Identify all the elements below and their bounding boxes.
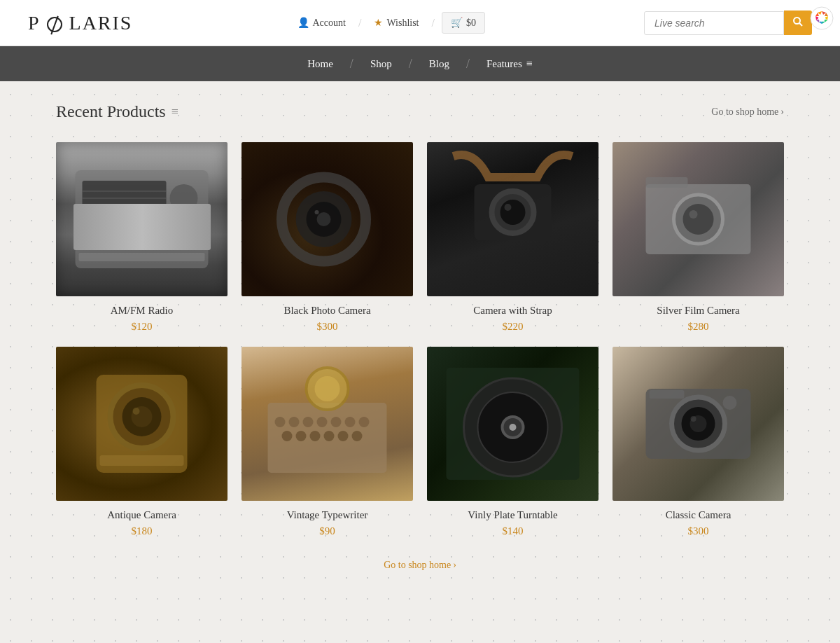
nav-shop[interactable]: Shop bbox=[354, 47, 409, 81]
product-image-p2 bbox=[241, 142, 413, 296]
svg-rect-44 bbox=[359, 417, 370, 427]
section-menu-icon: ≡ bbox=[172, 104, 178, 119]
svg-point-26 bbox=[683, 204, 714, 235]
user-icon: 👤 bbox=[298, 17, 309, 29]
search-input[interactable] bbox=[644, 11, 784, 35]
svg-rect-48 bbox=[324, 431, 335, 441]
site-logo[interactable]: P LARIS bbox=[28, 12, 132, 34]
product-name-p7: Vinly Plate Turntable bbox=[427, 509, 598, 521]
search-icon bbox=[792, 16, 804, 27]
product-name-p5: Antique Camera bbox=[56, 509, 227, 521]
nav-shop-label: Shop bbox=[370, 58, 392, 70]
product-image-p8 bbox=[612, 347, 784, 501]
header-nav: 👤 Account / ★ Wishlist / 🛒 $0 bbox=[292, 12, 485, 34]
svg-point-55 bbox=[510, 424, 517, 431]
product-image-p4 bbox=[612, 142, 784, 296]
svg-point-33 bbox=[133, 408, 140, 415]
svg-rect-47 bbox=[310, 431, 321, 441]
cart-icon: 🛒 bbox=[451, 17, 463, 29]
chevron-right-icon: › bbox=[780, 106, 784, 118]
svg-point-27 bbox=[690, 210, 698, 219]
svg-point-12 bbox=[170, 184, 198, 212]
svg-rect-45 bbox=[282, 431, 293, 441]
product-image-p6 bbox=[241, 347, 413, 501]
site-header: P LARIS 👤 Account / ★ Wishlist / 🛒 $0 bbox=[0, 0, 840, 46]
svg-point-22 bbox=[500, 200, 526, 225]
product-card-p3[interactable]: Camera with Strap $220 bbox=[427, 142, 598, 333]
product-card-p2[interactable]: Black Photo Camera $300 bbox=[241, 142, 413, 333]
wishlist-link[interactable]: ★ Wishlist bbox=[368, 13, 424, 32]
product-price-p7: $140 bbox=[427, 525, 598, 537]
wishlist-label: Wishlist bbox=[386, 18, 419, 29]
cart-button[interactable]: 🛒 $0 bbox=[442, 12, 485, 34]
go-to-shop-bottom[interactable]: Go to shop home › bbox=[384, 560, 456, 571]
svg-rect-40 bbox=[303, 417, 314, 427]
nav-blog[interactable]: Blog bbox=[412, 47, 466, 81]
main-navigation: Home / Shop / Blog / Features ≡ bbox=[0, 46, 840, 81]
product-price-p5: $180 bbox=[56, 525, 227, 537]
svg-rect-42 bbox=[331, 417, 342, 427]
product-price-p2: $300 bbox=[241, 321, 413, 333]
product-card-p8[interactable]: Classic Camera $300 bbox=[612, 347, 784, 537]
svg-rect-34 bbox=[100, 455, 184, 466]
color-widget[interactable] bbox=[809, 6, 834, 31]
go-to-shop-top[interactable]: Go to shop home › bbox=[711, 106, 784, 118]
nav-home[interactable]: Home bbox=[290, 47, 350, 81]
product-price-p3: $220 bbox=[427, 321, 598, 333]
features-menu-icon: ≡ bbox=[526, 57, 533, 70]
main-content: Recent Products ≡ Go to shop home › AM/F… bbox=[0, 81, 840, 606]
product-card-p4[interactable]: Silver Film Camera $280 bbox=[612, 142, 784, 333]
svg-rect-46 bbox=[296, 431, 307, 441]
product-card-p1[interactable]: AM/FM Radio $120 bbox=[56, 142, 227, 333]
svg-rect-38 bbox=[275, 417, 286, 427]
svg-rect-28 bbox=[646, 177, 688, 188]
nav-blog-label: Blog bbox=[429, 58, 449, 70]
search-button[interactable] bbox=[784, 11, 812, 35]
product-name-p3: Camera with Strap bbox=[427, 305, 598, 317]
product-image-p1 bbox=[56, 142, 227, 296]
nav-features-label: Features bbox=[486, 58, 522, 70]
product-price-p6: $90 bbox=[241, 525, 413, 537]
product-image-p3 bbox=[427, 142, 598, 296]
account-label: Account bbox=[313, 18, 346, 29]
svg-point-19 bbox=[315, 210, 319, 214]
svg-point-0 bbox=[794, 18, 800, 24]
bottom-chevron-icon: › bbox=[453, 560, 456, 571]
section-header: Recent Products ≡ Go to shop home › bbox=[56, 102, 784, 121]
product-name-p2: Black Photo Camera bbox=[241, 305, 413, 317]
cart-total: $0 bbox=[466, 18, 476, 29]
account-link[interactable]: 👤 Account bbox=[292, 13, 351, 32]
nav-separator-1: / bbox=[358, 17, 361, 29]
product-card-p5[interactable]: Antique Camera $180 bbox=[56, 347, 227, 537]
product-image-p5 bbox=[56, 347, 227, 501]
svg-rect-62 bbox=[723, 396, 737, 410]
product-card-p7[interactable]: Vinly Plate Turntable $140 bbox=[427, 347, 598, 537]
product-price-p8: $300 bbox=[612, 525, 784, 537]
product-name-p8: Classic Camera bbox=[612, 509, 784, 521]
svg-point-13 bbox=[170, 212, 198, 240]
search-area bbox=[644, 11, 812, 35]
nav-features[interactable]: Features ≡ bbox=[470, 46, 550, 81]
product-price-p1: $120 bbox=[56, 321, 227, 333]
svg-rect-14 bbox=[79, 253, 205, 261]
svg-rect-41 bbox=[317, 417, 328, 427]
product-name-p6: Vintage Typewriter bbox=[241, 509, 413, 521]
product-image-p7 bbox=[427, 347, 598, 501]
svg-rect-61 bbox=[650, 390, 685, 399]
section-title: Recent Products ≡ bbox=[56, 102, 178, 121]
product-price-p4: $280 bbox=[612, 321, 784, 333]
svg-point-37 bbox=[315, 376, 340, 401]
svg-rect-5 bbox=[83, 181, 167, 244]
nav-separator-2: / bbox=[432, 17, 435, 29]
bottom-shop-link: Go to shop home › bbox=[56, 558, 784, 571]
product-name-p1: AM/FM Radio bbox=[56, 305, 227, 317]
product-card-p6[interactable]: Vintage Typewriter $90 bbox=[241, 347, 413, 537]
svg-point-60 bbox=[691, 416, 696, 422]
product-name-p4: Silver Film Camera bbox=[612, 305, 784, 317]
svg-point-23 bbox=[505, 204, 512, 211]
star-icon: ★ bbox=[374, 17, 383, 29]
nav-home-label: Home bbox=[307, 58, 333, 70]
svg-rect-39 bbox=[289, 417, 300, 427]
svg-rect-50 bbox=[352, 431, 363, 441]
svg-point-18 bbox=[317, 212, 331, 226]
